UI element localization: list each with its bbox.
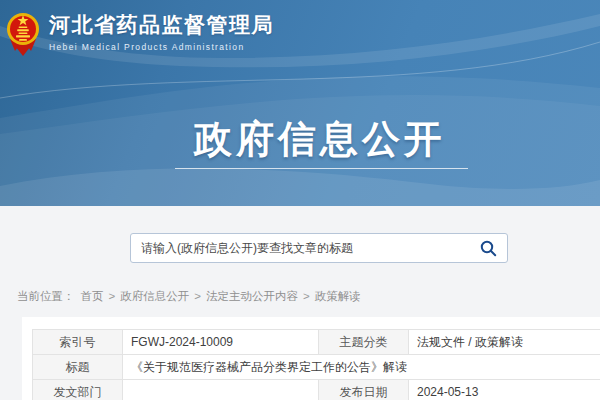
org-name-en: Hebei Medical Products Administration <box>49 42 274 52</box>
content-card: 索引号 FGWJ-2024-10009 主题分类 法规文件 / 政策解读 标题 … <box>22 317 600 400</box>
row-label-index-no: 索引号 <box>33 330 123 355</box>
site-banner: 河北省药品监督管理局 Hebei Medical Products Admini… <box>0 0 600 206</box>
breadcrumb-separator: > <box>303 290 310 302</box>
page: 河北省药品监督管理局 Hebei Medical Products Admini… <box>0 0 600 400</box>
search-icon <box>480 240 497 257</box>
breadcrumb-item-policy-interpretation[interactable]: 政策解读 <box>315 290 361 302</box>
row-label-issuing-department: 发文部门 <box>33 380 123 400</box>
row-label-publish-date: 发布日期 <box>319 380 409 400</box>
row-label-title: 标题 <box>33 355 123 380</box>
table-row-title: 标题 《关于规范医疗器械产品分类界定工作的公告》解读 <box>33 355 600 380</box>
document-info-table: 索引号 FGWJ-2024-10009 主题分类 法规文件 / 政策解读 标题 … <box>32 329 600 400</box>
row-value-topic-category: 法规文件 / 政策解读 <box>409 330 600 355</box>
breadcrumb: 当前位置：首页>政府信息公开>法定主动公开内容>政策解读 <box>17 289 365 304</box>
search-input[interactable] <box>131 234 469 262</box>
breadcrumb-separator: > <box>109 290 116 302</box>
breadcrumb-item-home[interactable]: 首页 <box>81 290 104 302</box>
page-title: 政府信息公开 <box>20 114 600 165</box>
org-name-cn: 河北省药品监督管理局 <box>49 13 274 37</box>
search-box <box>130 233 508 263</box>
breadcrumb-item-gov-info[interactable]: 政府信息公开 <box>120 290 189 302</box>
table-row-department: 发文部门 发布日期 2024-05-13 <box>33 380 600 400</box>
row-label-topic-category: 主题分类 <box>319 330 409 355</box>
title-underline <box>175 168 468 169</box>
breadcrumb-item-statutory-disclosure[interactable]: 法定主动公开内容 <box>206 290 298 302</box>
row-value-issuing-department <box>123 380 319 400</box>
row-value-index-no: FGWJ-2024-10009 <box>123 330 319 355</box>
breadcrumb-prefix: 当前位置： <box>17 290 75 302</box>
national-emblem-icon <box>6 9 40 57</box>
row-value-publish-date: 2024-05-13 <box>409 380 600 400</box>
brand-text: 河北省药品监督管理局 Hebei Medical Products Admini… <box>49 9 274 52</box>
site-brand[interactable]: 河北省药品监督管理局 Hebei Medical Products Admini… <box>6 9 274 57</box>
search-button[interactable] <box>469 234 507 262</box>
table-row-index: 索引号 FGWJ-2024-10009 主题分类 法规文件 / 政策解读 <box>33 330 600 355</box>
breadcrumb-separator: > <box>194 290 201 302</box>
row-value-title: 《关于规范医疗器械产品分类界定工作的公告》解读 <box>123 355 600 380</box>
